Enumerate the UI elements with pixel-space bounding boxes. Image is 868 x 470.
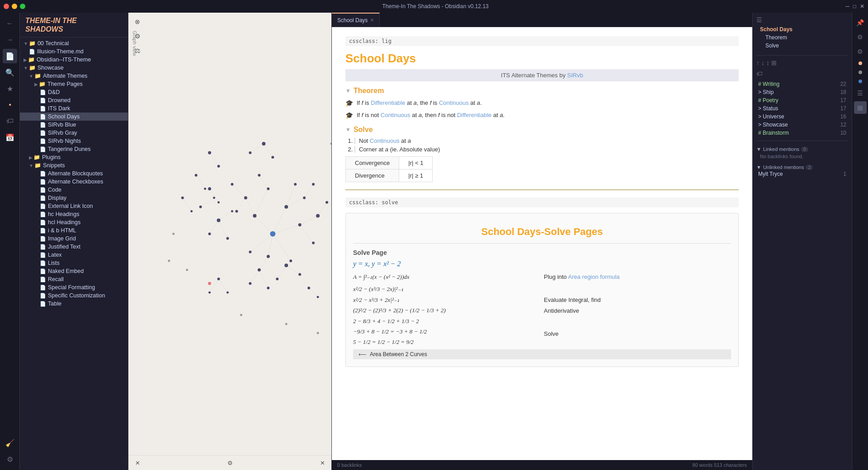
svg-line-35 [210,153,219,166]
tree-item-table[interactable]: 📄Table [20,300,128,308]
svg-point-69 [267,287,269,289]
search-icon[interactable]: 🔍 [3,65,17,80]
divergence-label: Divergence [346,169,399,182]
tree-item-alternate-checkboxes[interactable]: 📄Alternate Checkboxes [20,178,128,186]
window-control-close[interactable]: ✕ [860,3,864,9]
tree-item-hc-headings[interactable]: 📄hc Headings [20,210,128,218]
theorem-section-header[interactable]: ▼ Theorem [345,87,739,95]
tree-item-image-grid[interactable]: 📄Image Grid [20,235,128,243]
graph-close-btn[interactable]: ✕ [132,457,143,468]
outline-theorem[interactable]: Theorem [756,33,848,42]
tag-writing[interactable]: # Writing 22 [756,80,848,88]
graph-close2-btn[interactable]: ✕ [317,457,328,468]
sort-alpha-icon[interactable]: ↕ [766,59,769,66]
bookmarks-icon[interactable]: ★ [3,81,17,96]
subtitle-author[interactable]: SIRvb [567,72,583,79]
tree-item-display[interactable]: 📄Display [20,194,128,202]
tree-item-obsidian--its-theme[interactable]: ▶📁Obsidian--ITS-Theme [20,56,128,64]
link-differentiable-2[interactable]: Differentiable [457,112,491,118]
graph-icon[interactable]: ⦁ [3,98,17,112]
link-continuous-1[interactable]: Continuous [439,99,469,106]
tree-item-snippets[interactable]: ▼📁Snippets [20,161,128,169]
link-differentiable-1[interactable]: Differentiable [371,99,405,106]
window-controls[interactable] [4,4,25,9]
sort-desc-icon[interactable]: ↓ [761,59,764,66]
linked-mentions-section: ▼ Linked mentions 0 No backlinks found. [756,145,848,163]
graph-settings2-btn[interactable]: ⚙ [225,457,236,468]
close-button[interactable] [4,4,9,9]
tree-item-alternate-blockquotes[interactable]: 📄Alternate Blockquotes [20,169,128,178]
grid-icon[interactable]: ▦ [854,101,867,114]
tree-item-illusion-theme-md[interactable]: 📄Illusion-Theme.md [20,47,128,56]
tag-universe[interactable]: > Universe 16 [756,113,848,121]
theorem-title: Theorem [354,87,384,95]
annotation-3: Solve [544,329,731,339]
tree-item-external-link-icon[interactable]: 📄External Link Icon [20,202,128,210]
tree-item-theme-pages[interactable]: ▶📁Theme Pages [20,80,128,88]
tree-item-00-technical[interactable]: ▼📁00 Technical [20,39,128,47]
svg-line-8 [286,198,304,207]
tree-item-code[interactable]: 📄Code [20,186,128,194]
sort-asc-icon[interactable]: ↑ [756,59,760,66]
tree-item-sirvb-nights[interactable]: 📄SIRvb Nights [20,137,128,145]
content-area[interactable]: cssclass: lig School Days ITS Alternate … [332,27,752,460]
window-control-restore[interactable]: □ [853,3,856,9]
unlinked-mentions-title[interactable]: ▼ Unlinked mentions 2 [756,164,848,170]
window-control-min[interactable]: ─ [845,3,849,9]
tree-item-specific-customization[interactable]: 📄Specific Customization [20,291,128,300]
outline-solve[interactable]: Solve [756,42,848,50]
tree-item-sirvb-gray[interactable]: 📄SIRvb Gray [20,129,128,137]
list2-icon[interactable]: ☰ [854,87,867,99]
graph-settings-btn[interactable]: ⚙ [132,31,143,42]
linked-mentions-title[interactable]: ▼ Linked mentions 0 [756,146,848,152]
tags-icon[interactable]: 🏷 [3,114,17,128]
tree-item-plugins[interactable]: ▶📁Plugins [20,153,128,161]
graph-filter-btn[interactable]: ⚖ [132,45,143,56]
solve-section-header[interactable]: ▼ Solve [345,126,739,134]
tree-item-hcl-headings[interactable]: 📄hcl Headings [20,218,128,226]
outline-school-days[interactable]: School Days [756,25,848,33]
tree-item-justified-text[interactable]: 📄Justified Text [20,243,128,251]
tag-ship[interactable]: > Ship 18 [756,88,848,96]
tree-item-d-d[interactable]: 📄D&D [20,88,128,96]
convergence-label: Convergence [346,157,399,169]
daily-notes-icon[interactable]: 📅 [3,130,17,145]
unlinked-item[interactable]: Mylt Tryce 1 [756,170,848,178]
tag-showcase[interactable]: > Showcase 12 [756,121,848,129]
tree-item-i---b-html[interactable]: 📄i & b HTML [20,226,128,235]
tag-status[interactable]: > Status 17 [756,104,848,113]
status-dot-2 [859,70,862,74]
maximize-button[interactable] [20,4,25,9]
file-explorer-icon[interactable]: 📄 [3,49,17,63]
tag-brainstorm[interactable]: # Brainstorm 10 [756,129,848,137]
nav-forward-icon[interactable]: → [3,33,17,47]
tree-item-special-formatting[interactable]: 📄Special Formatting [20,283,128,291]
link-area-formula[interactable]: Area region formula [568,273,620,280]
link-continuous-2[interactable]: Continuous [381,112,410,118]
settings2-icon[interactable]: ⚙ [854,31,867,43]
expand-icon[interactable]: ⊞ [771,59,777,66]
tree-item-naked-embed[interactable]: 📄Naked Embed [20,267,128,275]
tree-item-showcase[interactable]: ▼📁Showcase [20,64,128,72]
tab-close-btn[interactable]: ✕ [370,18,374,23]
tree-item-lists[interactable]: 📄Lists [20,259,128,267]
status-bar: 0 backlinks 80 words 513 characters [332,460,752,470]
link-continuous-3[interactable]: Continuous [370,137,400,144]
tree-item-latex[interactable]: 📄Latex [20,251,128,259]
settings-icon[interactable]: ⚙ [3,452,17,466]
pin-icon[interactable]: 📌 [854,16,867,29]
filter2-icon[interactable]: ⚙ [854,45,867,58]
nav-back-icon[interactable]: ← [3,16,17,31]
graph-toggle-btn[interactable]: ⊗ [132,16,143,27]
tree-item-its-dark[interactable]: 📄ITS Dark [20,104,128,113]
tab-school-days[interactable]: School Days ✕ [332,13,380,27]
tree-item-recall[interactable]: 📄Recall [20,275,128,283]
tree-item-tangerine-dunes[interactable]: 📄Tangerine Dunes [20,145,128,153]
tree-item-drowned[interactable]: 📄Drowned [20,96,128,104]
community-plugins-icon[interactable]: 🧹 [3,436,17,450]
tree-item-school-days[interactable]: 📄School Days [20,113,128,121]
minimize-button[interactable] [12,4,17,9]
tag-poetry[interactable]: # Poetry 17 [756,96,848,104]
tree-item-alternate-themes[interactable]: ▼📁Alternate Themes [20,72,128,80]
tree-item-sirvb-blue[interactable]: 📄SIRvb Blue [20,121,128,129]
